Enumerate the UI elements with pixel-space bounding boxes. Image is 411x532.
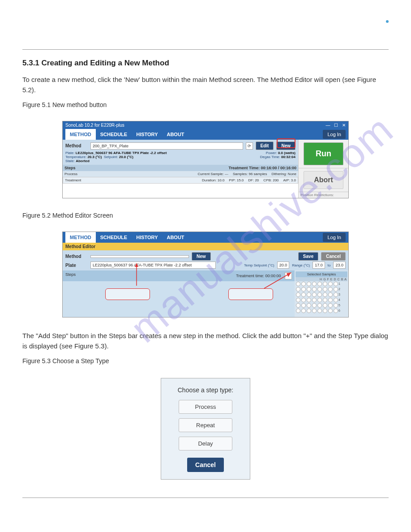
well[interactable] <box>296 298 300 302</box>
setpoint-label: Setpoint: <box>104 155 118 159</box>
well[interactable] <box>323 292 327 297</box>
well[interactable] <box>334 282 338 286</box>
step-repeat-button[interactable]: Repeat <box>179 418 232 432</box>
well[interactable] <box>317 298 322 302</box>
well[interactable] <box>307 287 311 292</box>
well[interactable] <box>296 282 300 286</box>
well[interactable] <box>323 298 327 302</box>
maximize-icon[interactable]: ☐ <box>334 123 338 128</box>
well[interactable] <box>328 282 333 286</box>
well[interactable] <box>296 287 300 292</box>
well[interactable] <box>334 292 338 297</box>
well[interactable] <box>317 303 322 308</box>
well[interactable] <box>323 287 327 292</box>
well[interactable] <box>307 292 311 297</box>
sample-col-headers: H G F E D C B A <box>295 277 347 281</box>
plate-label-2: Plate <box>65 263 88 268</box>
well[interactable] <box>334 303 338 308</box>
well[interactable] <box>323 309 327 313</box>
well[interactable] <box>312 298 317 302</box>
well[interactable] <box>301 292 306 297</box>
range-hi-input[interactable]: 23.0 <box>333 262 346 269</box>
add-step-button[interactable]: + <box>285 272 292 279</box>
method-field[interactable]: 200_BP_TPX_Plate <box>90 142 243 150</box>
close-icon[interactable]: ✕ <box>342 123 346 128</box>
well[interactable] <box>307 309 311 313</box>
power-value: 0.0 (watts) <box>278 151 295 155</box>
edit-button[interactable]: Edit <box>256 142 274 150</box>
window-controls[interactable]: — ☐ ✕ <box>323 123 346 128</box>
method-name-input[interactable] <box>90 255 189 258</box>
tab-method-2[interactable]: METHOD <box>65 232 96 243</box>
well[interactable] <box>296 309 300 313</box>
figure-5-2-caption: Figure 5.2 Method Editor Screen <box>22 212 389 219</box>
well[interactable] <box>323 282 327 286</box>
well[interactable] <box>328 287 333 292</box>
section-heading: 5.3.1 Creating and Editing a New Method <box>22 59 389 68</box>
well[interactable] <box>328 292 333 297</box>
range-lo-input[interactable]: 17.0 <box>313 262 325 269</box>
well[interactable] <box>307 303 311 308</box>
well[interactable] <box>317 309 322 313</box>
app-title: SonoLab 10.2 for E220R-plus <box>65 123 124 128</box>
abort-button[interactable]: Abort <box>304 171 343 189</box>
step-treatment[interactable]: Treatment <box>65 178 81 182</box>
step-process-button[interactable]: Process <box>179 400 232 414</box>
well[interactable] <box>312 282 317 286</box>
degas-value: 00:32:04 <box>281 155 295 159</box>
well[interactable] <box>328 298 333 302</box>
method-label: Method <box>65 143 88 148</box>
minimize-icon[interactable]: — <box>325 123 330 128</box>
well[interactable] <box>301 303 306 308</box>
setpoint-value: 20.0 (°C) <box>119 155 133 159</box>
login-button[interactable]: Log In <box>323 130 346 139</box>
tab-history[interactable]: HISTORY <box>132 129 162 140</box>
new-button[interactable]: New <box>276 142 295 150</box>
well[interactable] <box>301 287 306 292</box>
tab-history-2[interactable]: HISTORY <box>132 232 162 243</box>
well[interactable] <box>312 287 317 292</box>
tab-schedule[interactable]: SCHEDULE <box>96 129 132 140</box>
login-button-2[interactable]: Log In <box>323 233 346 242</box>
range-label: Range (°C) <box>292 263 310 267</box>
well[interactable] <box>328 303 333 308</box>
well[interactable] <box>301 298 306 302</box>
treatment-time-value: 00:16:00 / 00:16:00 <box>261 166 296 170</box>
tab-about[interactable]: ABOUT <box>162 129 188 140</box>
tab-method[interactable]: METHOD <box>65 129 96 140</box>
new-button-2[interactable]: New <box>192 252 211 261</box>
well[interactable] <box>307 282 311 286</box>
well[interactable] <box>334 287 338 292</box>
well[interactable] <box>312 292 317 297</box>
well[interactable] <box>317 282 322 286</box>
well[interactable] <box>323 303 327 308</box>
refresh-icon[interactable]: ⟳ <box>246 142 253 150</box>
cancel-button[interactable]: Cancel <box>321 252 346 261</box>
well[interactable] <box>307 298 311 302</box>
well[interactable] <box>312 303 317 308</box>
well[interactable] <box>317 287 322 292</box>
well[interactable] <box>334 298 338 302</box>
save-button[interactable]: Save <box>298 252 318 261</box>
well[interactable] <box>334 309 338 313</box>
well[interactable] <box>317 292 322 297</box>
well[interactable] <box>301 309 306 313</box>
step-duration: Duration: 10.0 <box>202 178 224 182</box>
rule-top <box>22 49 389 50</box>
temp-label: Temperature: <box>65 155 86 159</box>
step-delay-button[interactable]: Delay <box>179 437 232 450</box>
dialog-cancel-button[interactable]: Cancel <box>187 458 224 472</box>
current-sample: Current Sample: --- <box>197 172 228 176</box>
temp-setpoint-input[interactable]: 20.0 <box>277 262 290 269</box>
tab-about-2[interactable]: ABOUT <box>162 232 188 243</box>
well[interactable] <box>296 303 300 308</box>
run-button[interactable]: Run <box>304 142 343 165</box>
well[interactable] <box>301 282 306 286</box>
well[interactable] <box>312 309 317 313</box>
degas-label: Degas Time: <box>260 155 280 159</box>
well[interactable] <box>296 292 300 297</box>
temp-setpoint-label: Temp Setpoint (°C) <box>244 263 274 267</box>
tab-schedule-2[interactable]: SCHEDULE <box>96 232 132 243</box>
plate-select[interactable]: LE220plus_500637 96 AFA-TUBE TPX Plate -… <box>90 262 216 269</box>
well[interactable] <box>328 309 333 313</box>
